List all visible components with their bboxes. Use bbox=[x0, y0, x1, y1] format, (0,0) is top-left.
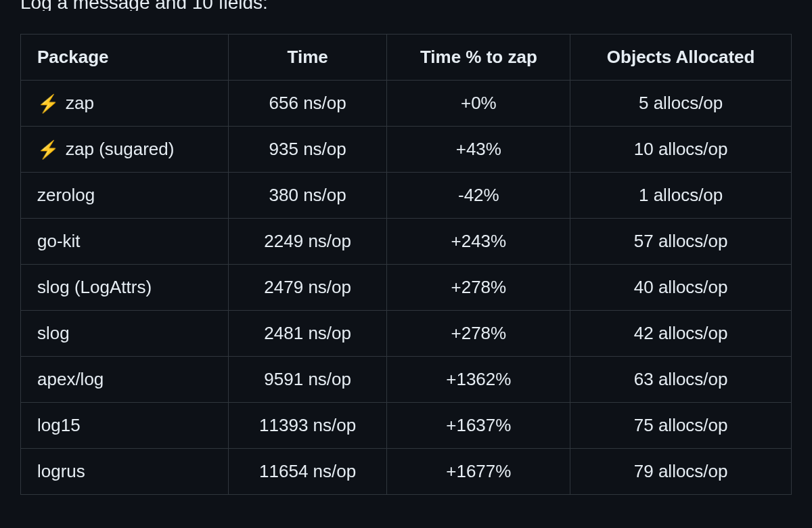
package-name: slog bbox=[37, 323, 70, 344]
cell-time: 380 ns/op bbox=[228, 173, 387, 219]
benchmark-table: Package Time Time % to zap Objects Alloc… bbox=[20, 34, 792, 495]
cell-package: logrus bbox=[21, 449, 229, 495]
col-time: Time bbox=[228, 35, 387, 81]
table-row: ⚡zap656 ns/op+0%5 allocs/op bbox=[21, 81, 792, 127]
table-caption: Log a message and 10 fields: bbox=[20, 0, 792, 11]
package-name: zap (sugared) bbox=[66, 139, 174, 160]
zap-icon: ⚡ bbox=[37, 141, 59, 158]
cell-package: go-kit bbox=[21, 219, 229, 265]
table-row: ⚡zap (sugared)935 ns/op+43%10 allocs/op bbox=[21, 127, 792, 173]
package-name: zerolog bbox=[37, 185, 95, 206]
cell-time: 935 ns/op bbox=[228, 127, 387, 173]
cell-time: 2479 ns/op bbox=[228, 265, 387, 311]
col-allocs: Objects Allocated bbox=[570, 35, 792, 81]
cell-time: 11393 ns/op bbox=[228, 403, 387, 449]
cell-allocs: 5 allocs/op bbox=[570, 81, 792, 127]
table-row: zerolog380 ns/op-42%1 allocs/op bbox=[21, 173, 792, 219]
table-row: logrus11654 ns/op+1677%79 allocs/op bbox=[21, 449, 792, 495]
cell-allocs: 57 allocs/op bbox=[570, 219, 792, 265]
cell-allocs: 10 allocs/op bbox=[570, 127, 792, 173]
cell-time-pct: +0% bbox=[387, 81, 570, 127]
cell-time-pct: +43% bbox=[387, 127, 570, 173]
cell-package: ⚡zap bbox=[21, 81, 229, 127]
table-row: go-kit2249 ns/op+243%57 allocs/op bbox=[21, 219, 792, 265]
col-package: Package bbox=[21, 35, 229, 81]
cell-time: 2481 ns/op bbox=[228, 311, 387, 357]
table-row: log1511393 ns/op+1637%75 allocs/op bbox=[21, 403, 792, 449]
cell-time-pct: +278% bbox=[387, 265, 570, 311]
cell-package: slog (LogAttrs) bbox=[21, 265, 229, 311]
zap-icon: ⚡ bbox=[37, 95, 59, 112]
package-name: log15 bbox=[37, 415, 81, 436]
col-time-pct: Time % to zap bbox=[387, 35, 570, 81]
table-row: apex/log9591 ns/op+1362%63 allocs/op bbox=[21, 357, 792, 403]
package-name: logrus bbox=[37, 461, 85, 482]
package-name: go-kit bbox=[37, 231, 81, 252]
cell-package: zerolog bbox=[21, 173, 229, 219]
package-name: apex/log bbox=[37, 369, 104, 390]
cell-package: apex/log bbox=[21, 357, 229, 403]
cell-allocs: 75 allocs/op bbox=[570, 403, 792, 449]
cell-time-pct: +243% bbox=[387, 219, 570, 265]
cell-package: log15 bbox=[21, 403, 229, 449]
cell-allocs: 1 allocs/op bbox=[570, 173, 792, 219]
cell-time-pct: +1677% bbox=[387, 449, 570, 495]
cell-time-pct: -42% bbox=[387, 173, 570, 219]
cell-time: 11654 ns/op bbox=[228, 449, 387, 495]
cell-time-pct: +1637% bbox=[387, 403, 570, 449]
table-row: slog2481 ns/op+278%42 allocs/op bbox=[21, 311, 792, 357]
table-row: slog (LogAttrs)2479 ns/op+278%40 allocs/… bbox=[21, 265, 792, 311]
cell-time: 656 ns/op bbox=[228, 81, 387, 127]
cell-time-pct: +1362% bbox=[387, 357, 570, 403]
cell-time-pct: +278% bbox=[387, 311, 570, 357]
cell-allocs: 40 allocs/op bbox=[570, 265, 792, 311]
package-name: zap bbox=[66, 93, 94, 114]
cell-allocs: 63 allocs/op bbox=[570, 357, 792, 403]
cell-time: 9591 ns/op bbox=[228, 357, 387, 403]
cell-package: slog bbox=[21, 311, 229, 357]
cell-allocs: 42 allocs/op bbox=[570, 311, 792, 357]
cell-package: ⚡zap (sugared) bbox=[21, 127, 229, 173]
package-name: slog (LogAttrs) bbox=[37, 277, 152, 298]
cell-time: 2249 ns/op bbox=[228, 219, 387, 265]
table-header-row: Package Time Time % to zap Objects Alloc… bbox=[21, 35, 792, 81]
cell-allocs: 79 allocs/op bbox=[570, 449, 792, 495]
